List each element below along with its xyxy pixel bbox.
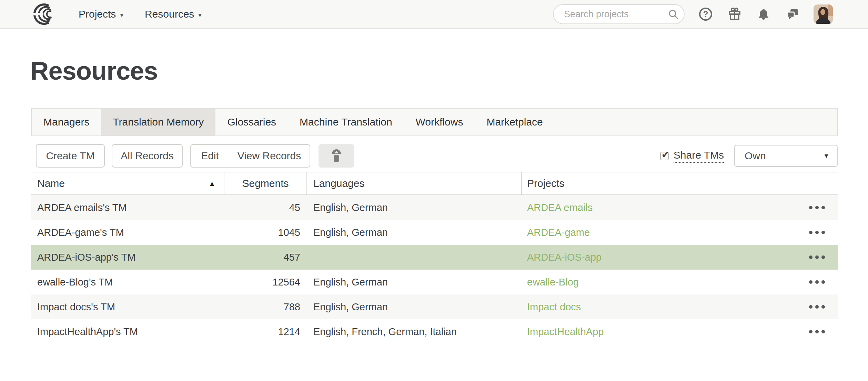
tm-menu-cell bbox=[796, 302, 838, 312]
tm-menu-cell bbox=[796, 202, 838, 213]
project-link[interactable]: ARDEA-iOS-app bbox=[527, 252, 602, 263]
tab-label: Translation Memory bbox=[113, 116, 204, 128]
share-tms-cluster: ✔ Share TMs Own ▼ bbox=[660, 145, 838, 167]
column-header-projects[interactable]: Projects bbox=[522, 172, 838, 194]
share-tms-label[interactable]: Share TMs bbox=[674, 149, 724, 163]
table-row[interactable]: ARDEA-iOS-app's TM 457 ARDEA-iOS-app bbox=[31, 245, 838, 270]
row-menu-button[interactable] bbox=[807, 252, 827, 262]
tm-table-header: Name ▲ Segments Languages Projects bbox=[31, 172, 838, 195]
tm-menu-cell bbox=[796, 327, 838, 337]
bell-icon bbox=[756, 6, 771, 22]
tm-name: ARDEA-iOS-app's TM bbox=[31, 252, 224, 263]
row-menu-button[interactable] bbox=[807, 302, 827, 312]
create-tm-button[interactable]: Create TM bbox=[36, 144, 105, 168]
notifications-button[interactable] bbox=[756, 6, 771, 22]
table-row[interactable]: ImpactHealthApp's TM 1214 English, Frenc… bbox=[31, 319, 838, 344]
main-nav: Projects ▾ Resources ▾ bbox=[79, 8, 202, 20]
checkmark-icon: ✔ bbox=[662, 149, 669, 160]
tm-segments: 457 bbox=[224, 252, 307, 263]
gifts-button[interactable] bbox=[727, 6, 743, 22]
tab[interactable]: Machine Translation bbox=[288, 109, 404, 136]
nav-item-projects[interactable]: Projects ▾ bbox=[79, 8, 123, 20]
app-logo[interactable] bbox=[33, 3, 61, 25]
view-records-button[interactable]: View Records bbox=[229, 145, 310, 167]
row-menu-button[interactable] bbox=[807, 327, 827, 337]
svg-text:?: ? bbox=[703, 9, 708, 19]
sort-ascending-icon: ▲ bbox=[209, 180, 215, 188]
chevron-down-icon: ▾ bbox=[198, 9, 202, 19]
project-link[interactable]: ImpactHealthApp bbox=[527, 326, 604, 337]
nav-resources-label: Resources bbox=[145, 8, 194, 20]
edit-button[interactable]: Edit bbox=[191, 145, 229, 167]
tm-segments: 45 bbox=[224, 202, 307, 213]
tm-menu-cell bbox=[796, 227, 838, 238]
tab[interactable]: Translation Memory bbox=[101, 109, 215, 136]
row-menu-button[interactable] bbox=[807, 277, 827, 287]
trash-icon bbox=[331, 149, 342, 163]
delete-tm-button[interactable] bbox=[319, 144, 354, 168]
tm-languages: English, German bbox=[307, 277, 522, 288]
all-records-button[interactable]: All Records bbox=[112, 144, 183, 168]
table-row[interactable]: Impact docs's TM 788 English, German Imp… bbox=[31, 294, 838, 319]
tm-project-cell: ImpactHealthApp bbox=[522, 326, 796, 338]
column-header-languages[interactable]: Languages bbox=[307, 172, 522, 194]
scope-filter-select[interactable]: Own ▼ bbox=[734, 145, 838, 167]
tm-name: ARDEA-game's TM bbox=[31, 227, 224, 238]
logo-swirl-icon bbox=[33, 3, 61, 25]
nav-item-resources[interactable]: Resources ▾ bbox=[145, 8, 202, 20]
tab-label: Managers bbox=[43, 116, 89, 128]
tab[interactable]: Workflows bbox=[404, 109, 475, 136]
tab-label: Glossaries bbox=[227, 116, 276, 128]
top-bar: Projects ▾ Resources ▾ ? bbox=[0, 0, 868, 29]
project-link[interactable]: ARDEA-game bbox=[527, 227, 590, 238]
tm-menu-cell bbox=[796, 277, 838, 287]
table-row[interactable]: ewalle-Blog's TM 12564 English, German e… bbox=[31, 270, 838, 294]
tm-name: ImpactHealthApp's TM bbox=[31, 326, 224, 338]
tab[interactable]: Glossaries bbox=[215, 109, 288, 136]
avatar-photo bbox=[814, 4, 833, 24]
tm-name: ewalle-Blog's TM bbox=[31, 277, 224, 288]
tab-label: Workflows bbox=[416, 116, 463, 128]
question-circle-icon: ? bbox=[698, 6, 714, 22]
tm-table-body: ARDEA emails's TM 45 English, German ARD… bbox=[31, 195, 838, 344]
project-link[interactable]: Impact docs bbox=[527, 301, 581, 312]
column-header-segments[interactable]: Segments bbox=[224, 172, 307, 194]
row-menu-button[interactable] bbox=[807, 227, 827, 238]
tm-segments: 12564 bbox=[224, 277, 307, 288]
scope-filter-value: Own bbox=[745, 150, 766, 162]
share-tms-checkbox[interactable]: ✔ bbox=[660, 152, 669, 160]
tm-project-cell: ewalle-Blog bbox=[522, 277, 796, 288]
tm-project-cell: ARDEA-game bbox=[522, 227, 796, 238]
page-title: Resources bbox=[30, 59, 838, 83]
tab[interactable]: Managers bbox=[32, 109, 101, 136]
tm-languages: English, French, German, Italian bbox=[307, 326, 522, 338]
chevron-down-icon: ▾ bbox=[120, 9, 123, 19]
row-menu-button[interactable] bbox=[807, 202, 827, 213]
tm-project-cell: ARDEA emails bbox=[522, 202, 796, 213]
gift-icon bbox=[727, 6, 743, 22]
tab-label: Machine Translation bbox=[300, 116, 392, 128]
tm-menu-cell bbox=[796, 252, 838, 262]
table-row[interactable]: ARDEA emails's TM 45 English, German ARD… bbox=[31, 195, 838, 220]
user-avatar[interactable] bbox=[814, 4, 833, 24]
tm-project-cell: Impact docs bbox=[522, 301, 796, 313]
tm-segments: 1045 bbox=[224, 227, 307, 238]
search-icon bbox=[668, 9, 678, 19]
table-row[interactable]: ARDEA-game's TM 1045 English, German ARD… bbox=[31, 220, 838, 245]
project-link[interactable]: ARDEA emails bbox=[527, 202, 593, 213]
tm-segments: 1214 bbox=[224, 326, 307, 338]
tm-name: Impact docs's TM bbox=[31, 301, 224, 313]
help-button[interactable]: ? bbox=[698, 6, 714, 22]
tab-label: Marketplace bbox=[486, 116, 543, 128]
tm-languages: English, German bbox=[307, 227, 522, 238]
project-link[interactable]: ewalle-Blog bbox=[527, 277, 579, 288]
resources-tabs: Managers Translation Memory Glossaries M… bbox=[31, 108, 838, 136]
tab[interactable]: Marketplace bbox=[475, 109, 554, 136]
caret-down-icon: ▼ bbox=[823, 152, 829, 160]
column-header-name[interactable]: Name ▲ bbox=[31, 172, 224, 194]
tm-languages: English, German bbox=[307, 301, 522, 313]
edit-view-button-group: Edit View Records bbox=[190, 144, 310, 168]
search-input[interactable] bbox=[553, 4, 685, 24]
messages-button[interactable] bbox=[785, 6, 800, 22]
tm-languages: English, German bbox=[307, 202, 522, 213]
